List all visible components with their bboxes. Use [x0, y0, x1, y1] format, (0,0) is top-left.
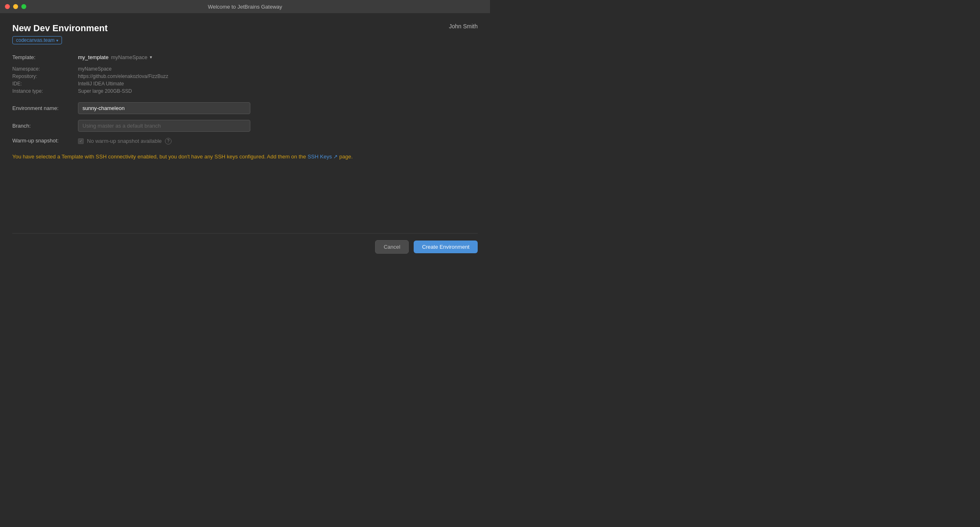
ide-row: IDE: IntelliJ IDEA Ultimate	[12, 81, 478, 87]
checkmark-icon: ✓	[79, 139, 82, 143]
org-selector[interactable]: codecanvas.team ▾	[12, 36, 62, 44]
instance-row: Instance type: Super large 200GB-SSD	[12, 88, 478, 94]
repository-row: Repository: https://github.com/elenakozl…	[12, 73, 478, 79]
close-button[interactable]	[5, 4, 10, 9]
warmup-checkbox: ✓	[78, 138, 84, 144]
cancel-button[interactable]: Cancel	[375, 240, 409, 254]
template-name: my_template	[78, 54, 108, 60]
question-mark-icon: ?	[167, 139, 169, 143]
warmup-controls: ✓ No warm-up snapshot available ?	[78, 138, 172, 144]
maximize-button[interactable]	[21, 4, 26, 9]
meta-rows: Namespace: myNameSpace Repository: https…	[12, 66, 478, 94]
template-selector[interactable]: my_template myNameSpace ▾	[78, 54, 152, 60]
branch-input[interactable]	[78, 120, 250, 132]
repository-label: Repository:	[12, 73, 78, 79]
env-name-input[interactable]	[78, 102, 250, 114]
template-namespace: myNameSpace	[111, 54, 147, 60]
page-title: New Dev Environment	[12, 23, 108, 34]
title-bar: Welcome to JetBrains Gateway	[0, 0, 490, 13]
ide-value: IntelliJ IDEA Ultimate	[78, 81, 124, 87]
warning-text-after: page.	[338, 154, 353, 160]
window-title: Welcome to JetBrains Gateway	[208, 4, 282, 10]
warmup-row: Warm-up snapshot: ✓ No warm-up snapshot …	[12, 137, 478, 144]
form-section: Template: my_template myNameSpace ▾ Name…	[12, 54, 478, 233]
org-selector-label: codecanvas.team	[16, 37, 55, 43]
warmup-label: Warm-up snapshot:	[12, 137, 78, 144]
ide-label: IDE:	[12, 81, 78, 87]
user-name: John Smith	[449, 23, 478, 30]
env-name-label: Environment name:	[12, 105, 78, 111]
window-controls[interactable]	[5, 4, 26, 9]
namespace-label: Namespace:	[12, 66, 78, 72]
warmup-text: No warm-up snapshot available	[87, 138, 162, 144]
repository-value: https://github.com/elenakozlova/FizzBuzz	[78, 73, 168, 79]
help-icon[interactable]: ?	[165, 138, 172, 144]
instance-value: Super large 200GB-SSD	[78, 88, 132, 94]
env-name-row: Environment name:	[12, 102, 478, 114]
template-label: Template:	[12, 54, 78, 60]
namespace-row: Namespace: myNameSpace	[12, 66, 478, 72]
template-chevron-icon: ▾	[150, 55, 152, 60]
create-environment-button[interactable]: Create Environment	[414, 241, 478, 253]
branch-row: Branch:	[12, 120, 478, 132]
warning-text-before: You have selected a Template with SSH co…	[12, 154, 307, 160]
branch-label: Branch:	[12, 123, 78, 129]
instance-label: Instance type:	[12, 88, 78, 94]
namespace-value: myNameSpace	[78, 66, 112, 72]
warning-message: You have selected a Template with SSH co…	[12, 153, 478, 161]
footer: Cancel Create Environment	[12, 233, 478, 254]
minimize-button[interactable]	[13, 4, 18, 9]
template-row: Template: my_template myNameSpace ▾	[12, 54, 478, 60]
header-row: New Dev Environment codecanvas.team ▾ Jo…	[12, 23, 478, 44]
header-left: New Dev Environment codecanvas.team ▾	[12, 23, 108, 44]
ssh-keys-link[interactable]: SSH Keys ↗	[307, 154, 338, 160]
chevron-down-icon: ▾	[56, 38, 58, 43]
main-content: New Dev Environment codecanvas.team ▾ Jo…	[0, 13, 490, 264]
